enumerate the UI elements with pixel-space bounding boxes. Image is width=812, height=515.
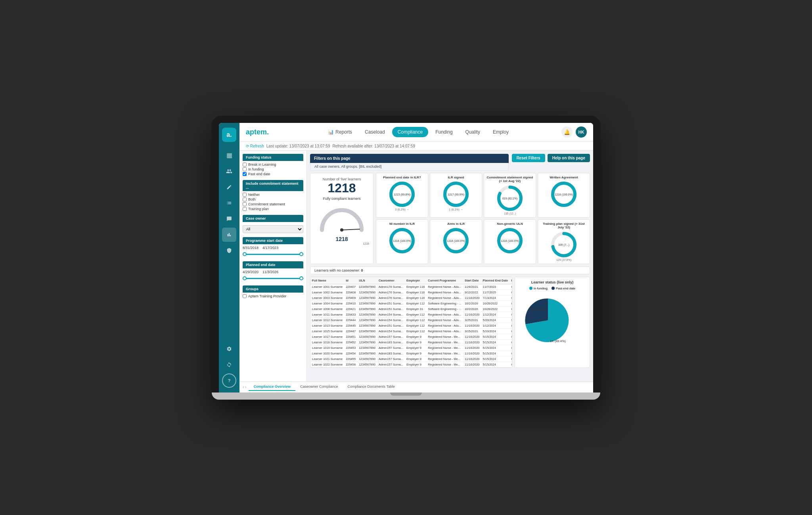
filter-in-funding-checkbox[interactable] bbox=[243, 167, 247, 171]
gauge-number: 1218 bbox=[335, 236, 348, 242]
learner-name-link[interactable]: Learner 1019 Surname bbox=[310, 345, 344, 350]
filter-commitment-label: Commitment statement bbox=[248, 202, 285, 206]
table-row[interactable]: Learner 1020 Surname2294541234567890Admi… bbox=[310, 350, 512, 356]
table-row[interactable]: Learner 1018 Surname2294521234567890Admi… bbox=[310, 339, 512, 345]
case-owner-select[interactable]: All bbox=[243, 225, 303, 233]
cell-2: 1234567890 bbox=[357, 350, 377, 356]
sidebar-icon-users[interactable] bbox=[222, 164, 236, 178]
tab-compliance-overview[interactable]: Compliance Overview bbox=[249, 383, 295, 391]
table-row[interactable]: Learner 1001 Surname2294071234567890Admi… bbox=[310, 284, 512, 289]
filter-training-label: Training plan bbox=[248, 207, 269, 211]
donut-svg-2: 619 (82.1%) bbox=[496, 184, 524, 212]
planned-end-from: 4/29/2020 bbox=[243, 270, 259, 274]
sidebar-icon-help[interactable]: ? bbox=[222, 373, 236, 388]
table-row[interactable]: Learner 1015 Surname2294471234567890Admi… bbox=[310, 328, 512, 334]
tab-compliance-documents[interactable]: Compliance Documents Table bbox=[343, 383, 400, 391]
cell-3: Admin151 Surna... bbox=[377, 323, 405, 328]
table-row[interactable]: Learner 1021 Surname2294551234567890Admi… bbox=[310, 356, 512, 362]
prog-start-left-handle[interactable] bbox=[243, 252, 247, 256]
filter-commitment-checkbox[interactable] bbox=[243, 202, 247, 206]
learner-name-link[interactable]: Learner 1002 Surname bbox=[310, 289, 344, 295]
learner-name-link[interactable]: Learner 1021 Surname bbox=[310, 356, 344, 362]
filter-bil-checkbox[interactable] bbox=[243, 163, 247, 167]
table-row[interactable]: Learner 1003 Surname2294091234567890Admi… bbox=[310, 295, 512, 301]
reset-filters-button[interactable]: Reset Filters bbox=[512, 154, 545, 162]
nav-bell-button[interactable]: 🔔 bbox=[561, 126, 573, 138]
filter-neither-checkbox[interactable] bbox=[243, 193, 247, 197]
learner-name-link[interactable]: Learner 1008 Surname bbox=[310, 306, 344, 312]
table-row[interactable]: Learner 1002 Surname2294081234567890Admi… bbox=[310, 289, 512, 295]
learner-name-link[interactable]: Learner 1018 Surname bbox=[310, 339, 344, 345]
tab-reports[interactable]: 📊 Reports bbox=[322, 127, 358, 137]
filter-aptem-checkbox[interactable] bbox=[243, 294, 247, 298]
table-row[interactable]: Learner 1019 Surname2294531234567890Admi… bbox=[310, 345, 512, 350]
cell-4: Employer 9 bbox=[405, 334, 426, 339]
table-row[interactable]: Learner 1008 Surname2294211234567890Admi… bbox=[310, 306, 512, 312]
tab-employ[interactable]: Employ bbox=[487, 127, 514, 137]
table-row[interactable]: Learner 1011 Surname2294331234567890Admi… bbox=[310, 312, 512, 317]
cell-5: Registered Nurse - Me... bbox=[426, 339, 463, 345]
groups-title: Groups bbox=[243, 285, 303, 293]
tab-compliance[interactable]: Compliance bbox=[392, 127, 428, 137]
cell-8: QAbs bbox=[509, 289, 512, 295]
sidebar-icon-dashboard[interactable]: ▦ bbox=[222, 148, 236, 163]
filter-both-checkbox[interactable] bbox=[243, 197, 247, 201]
last-update-text: Last update: 13/07/2023 at 13:07:59 bbox=[266, 144, 330, 148]
table-row[interactable]: Learner 1013 Surname2294451234567890Admi… bbox=[310, 323, 512, 328]
learner-name-link[interactable]: Learner 1003 Surname bbox=[310, 295, 344, 301]
tab-quality[interactable]: Quality bbox=[460, 127, 486, 137]
cell-5: Registered Nurse - Adu... bbox=[426, 295, 463, 301]
right-panel: Filters on this page All case owners. Al… bbox=[307, 151, 593, 381]
nav-avatar[interactable]: HK bbox=[576, 126, 587, 138]
tab-scroll-arrows[interactable]: ‹ › bbox=[243, 385, 246, 389]
nav-tabs: 📊 Reports Caseload Compliance Funding bbox=[278, 127, 558, 137]
tab-caseowner-compliance[interactable]: Caseowner Compliance bbox=[295, 383, 343, 391]
content-area: Funding status Break in Learning In fund… bbox=[239, 151, 593, 381]
table-row[interactable]: Learner 1022 Surname2294561234567890Admi… bbox=[310, 362, 512, 367]
logo-letter: a. bbox=[226, 131, 232, 138]
table-row[interactable]: Learner 1004 Surname2294101234567890Admi… bbox=[310, 301, 512, 306]
planned-end-left-handle[interactable] bbox=[243, 276, 247, 280]
filter-training-checkbox[interactable] bbox=[243, 207, 247, 211]
table-row[interactable]: Learner 1012 Surname2294441234567890Admi… bbox=[310, 317, 512, 323]
programme-start-slider[interactable] bbox=[243, 251, 303, 257]
learner-name-link[interactable]: Learner 1020 Surname bbox=[310, 350, 344, 356]
learner-name-link[interactable]: Learner 1011 Surname bbox=[310, 312, 344, 317]
sidebar-icon-settings[interactable] bbox=[222, 342, 236, 356]
learner-name-link[interactable]: Learner 1004 Surname bbox=[310, 301, 344, 306]
sidebar-icon-chat[interactable] bbox=[222, 212, 236, 226]
tab-funding[interactable]: Funding bbox=[430, 127, 458, 137]
donut-cell-0: Planned end date in ILR?1215 (99.8%)3 (0… bbox=[376, 173, 428, 218]
prog-start-right-handle[interactable] bbox=[299, 252, 303, 256]
sidebar-icon-chart[interactable] bbox=[222, 228, 236, 242]
donut-svg-3: 1218 (100.0%) bbox=[550, 180, 578, 208]
refresh-bar: ⟳ Refresh Last update: 13/07/2023 at 13:… bbox=[239, 142, 593, 151]
filter-aptem-provider: Aptem Training Provider bbox=[243, 294, 303, 298]
planned-end-right-handle[interactable] bbox=[299, 276, 303, 280]
sidebar-icon-list[interactable] bbox=[222, 196, 236, 210]
learner-name-link[interactable]: Learner 1001 Surname bbox=[310, 284, 344, 289]
tab-caseload[interactable]: Caseload bbox=[359, 127, 391, 137]
live-learners-count: 1218 bbox=[327, 181, 356, 195]
planned-end-slider[interactable] bbox=[243, 275, 303, 281]
planned-end-range: 4/29/2020 11/3/2026 bbox=[243, 270, 303, 274]
filter-past-end-checkbox[interactable] bbox=[243, 172, 247, 176]
donut-title-1: ILR signed bbox=[448, 176, 464, 180]
learner-name-link[interactable]: Learner 1017 Surname bbox=[310, 334, 344, 339]
learner-name-link[interactable]: Learner 1022 Surname bbox=[310, 362, 344, 367]
learner-name-link[interactable]: Learner 1013 Surname bbox=[310, 323, 344, 328]
donut-title-3: Written Agreement bbox=[550, 176, 578, 180]
sidebar-icon-sync[interactable] bbox=[222, 358, 236, 372]
learner-status-title: Learner status (live only) bbox=[518, 280, 586, 284]
learner-name-link[interactable]: Learner 1015 Surname bbox=[310, 328, 344, 334]
cell-6: 10/2/2020 bbox=[463, 306, 481, 312]
refresh-button[interactable]: ⟳ Refresh bbox=[246, 144, 264, 148]
case-owner-filter: Case owner All bbox=[243, 215, 303, 233]
learner-name-link[interactable]: Learner 1012 Surname bbox=[310, 317, 344, 323]
col-employer: Employer bbox=[405, 277, 426, 284]
help-button[interactable]: Help on this page bbox=[548, 154, 590, 162]
sidebar-icon-edit[interactable] bbox=[222, 180, 236, 194]
table-row[interactable]: Learner 1017 Surname2294511234567890Admi… bbox=[310, 334, 512, 339]
cell-3: Admin176 Surna... bbox=[377, 284, 405, 289]
sidebar-icon-badge[interactable] bbox=[222, 243, 236, 258]
